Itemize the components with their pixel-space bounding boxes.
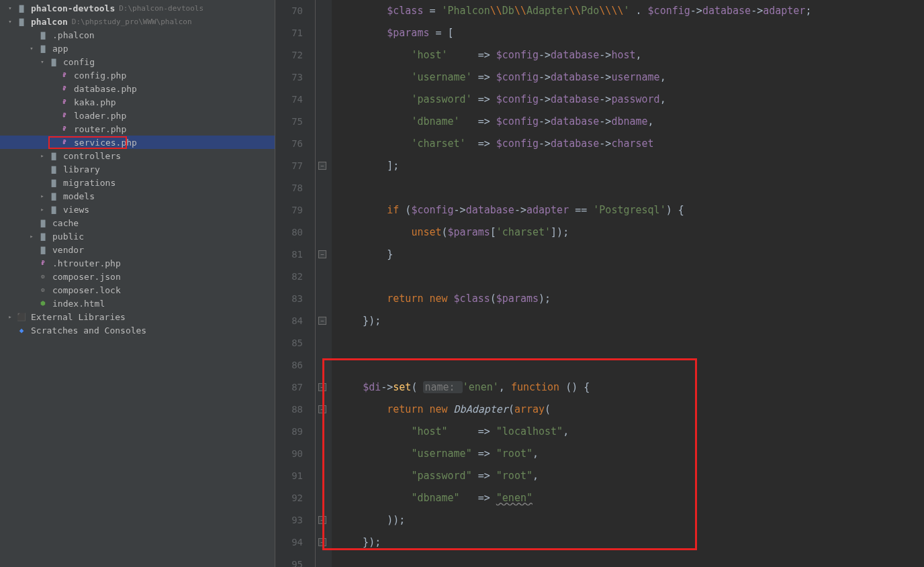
tree-item-label: models xyxy=(63,191,95,201)
code-line[interactable]: 'password' => $config->database->passwor… xyxy=(338,89,924,111)
line-number: 88 xyxy=(275,399,303,421)
tree-item[interactable]: ▸▇public xyxy=(0,229,275,243)
tree-item-label: index.html xyxy=(52,299,105,309)
tree-item[interactable]: ▸▇controllers xyxy=(0,149,275,162)
tree-item[interactable]: ▸▇views xyxy=(0,203,275,216)
fold-handle[interactable]: − xyxy=(318,250,326,258)
folder-icon: ▇ xyxy=(38,231,48,242)
tree-item-label: loader.php xyxy=(74,111,126,121)
tree-item[interactable]: ·▇cache xyxy=(0,216,275,229)
tree-item[interactable]: ▾▇phalconD:\phpstudy_pro\WWW\phalcon xyxy=(0,15,275,28)
tree-item[interactable]: ·▇.phalcon xyxy=(0,28,275,42)
json-file-icon: ⚙ xyxy=(38,285,48,295)
line-number: 93 xyxy=(275,509,303,531)
code-line[interactable] xyxy=(338,554,924,567)
code-line[interactable]: return new DbAdapter(array( xyxy=(338,399,924,421)
line-number: 77 xyxy=(275,155,303,177)
tree-item[interactable]: ·₽loader.php xyxy=(0,109,275,122)
tree-item-label: migrations xyxy=(63,178,116,188)
tree-item[interactable]: ·⬢index.html xyxy=(0,297,275,310)
tree-item[interactable]: ·▇vendor xyxy=(0,243,275,256)
fold-handle[interactable]: − xyxy=(318,383,326,391)
line-number: 80 xyxy=(275,221,303,244)
chevron-down-icon[interactable]: ▾ xyxy=(28,45,35,52)
code-line[interactable] xyxy=(338,266,924,288)
code-line[interactable]: return new $class($params); xyxy=(338,288,924,310)
library-icon: ⬛ xyxy=(16,311,27,322)
tree-item-label: database.php xyxy=(74,84,137,94)
code-area[interactable]: $class = 'Phalcon\\Db\\Adapter\\Pdo\\\\'… xyxy=(332,0,924,567)
tree-item[interactable]: ·₽config.php xyxy=(0,68,275,82)
code-line[interactable]: 'host' => $config->database->host, xyxy=(338,44,924,66)
line-number: 92 xyxy=(275,487,303,509)
chevron-right-icon[interactable]: ▸ xyxy=(28,233,35,240)
tree-item[interactable]: ·₽database.php xyxy=(0,82,275,95)
code-line[interactable]: $di->set( name: 'enen', function () { xyxy=(338,376,924,399)
html-file-icon: ⬢ xyxy=(38,298,48,309)
tree-item[interactable]: ·▇migrations xyxy=(0,176,275,189)
code-line[interactable]: $params = [ xyxy=(338,22,924,44)
code-line[interactable] xyxy=(338,332,924,354)
tree-item[interactable]: ▸▇models xyxy=(0,189,275,203)
code-line[interactable]: }); xyxy=(338,531,924,554)
tree-item[interactable]: ·₽kaka.php xyxy=(0,95,275,109)
chevron-down-icon[interactable]: ▾ xyxy=(7,5,13,11)
folder-icon: ▇ xyxy=(48,191,59,201)
scratch-icon: ◆ xyxy=(16,325,27,336)
tree-item-label: public xyxy=(52,231,84,242)
tree-item[interactable]: ·▇library xyxy=(0,162,275,176)
tree-item-label: app xyxy=(52,44,68,54)
code-line[interactable]: 'charset' => $config->database->charset xyxy=(338,133,924,155)
tree-item[interactable]: ▾▇app xyxy=(0,42,275,55)
chevron-down-icon[interactable]: ▾ xyxy=(7,18,13,25)
tree-item-label: config xyxy=(63,57,95,67)
chevron-right-icon[interactable]: ▸ xyxy=(7,313,13,320)
code-line[interactable]: if ($config->database->adapter == 'Postg… xyxy=(338,199,924,221)
code-line[interactable]: unset($params['charset']); xyxy=(338,221,924,244)
tree-item[interactable]: ▾▇phalcon-devtoolsD:\phalcon-devtools xyxy=(0,1,275,15)
tree-item[interactable]: ·₽router.php xyxy=(0,122,275,136)
code-line[interactable] xyxy=(338,354,924,376)
code-line[interactable]: "host" => "localhost", xyxy=(338,421,924,443)
code-line[interactable]: 'username' => $config->database->usernam… xyxy=(338,66,924,89)
chevron-right-icon[interactable]: ▸ xyxy=(39,206,46,213)
php-file-icon: ₽ xyxy=(59,83,70,94)
line-number: 82 xyxy=(275,266,303,288)
tree-item[interactable]: ·₽services.php xyxy=(0,136,275,149)
code-line[interactable]: "password" => "root", xyxy=(338,465,924,487)
code-line[interactable]: } xyxy=(338,244,924,266)
code-line[interactable]: "username" => "root", xyxy=(338,443,924,465)
fold-handle[interactable]: − xyxy=(318,162,326,170)
code-line[interactable]: ]; xyxy=(338,155,924,177)
project-tree[interactable]: ▾▇phalcon-devtoolsD:\phalcon-devtools▾▇p… xyxy=(0,0,275,567)
chevron-down-icon[interactable]: ▾ xyxy=(39,58,46,65)
tree-item[interactable]: ·⚙composer.json xyxy=(0,270,275,283)
fold-handle[interactable]: − xyxy=(318,405,326,413)
tree-item[interactable]: ·₽.htrouter.php xyxy=(0,256,275,270)
folder-icon: ▇ xyxy=(48,150,59,161)
folder-icon: ▇ xyxy=(16,3,27,13)
php-file-icon: ₽ xyxy=(59,97,70,107)
code-line[interactable]: $class = 'Phalcon\\Db\\Adapter\\Pdo\\\\'… xyxy=(338,0,924,22)
code-line[interactable]: 'dbname' => $config->database->dbname, xyxy=(338,111,924,133)
folder-icon: ▇ xyxy=(48,56,59,67)
tree-item[interactable]: ·⚙composer.lock xyxy=(0,283,275,297)
line-number: 73 xyxy=(275,66,303,89)
fold-handle[interactable]: − xyxy=(318,516,326,524)
code-editor[interactable]: 7071727374757677787980818283848586878889… xyxy=(275,0,924,567)
chevron-right-icon[interactable]: ▸ xyxy=(39,152,46,159)
folder-icon: ▇ xyxy=(38,244,48,255)
chevron-right-icon[interactable]: ▸ xyxy=(39,193,46,199)
tree-item[interactable]: ·◆Scratches and Consoles xyxy=(0,323,275,337)
tree-item[interactable]: ▸⬛External Libraries xyxy=(0,310,275,323)
code-line[interactable]: )); xyxy=(338,509,924,531)
folder-icon: ▇ xyxy=(38,217,48,228)
tree-item-label: config.php xyxy=(74,70,126,81)
tree-item-label: phalcon-devtools xyxy=(31,3,115,13)
code-line[interactable] xyxy=(338,177,924,199)
tree-item[interactable]: ▾▇config xyxy=(0,55,275,68)
fold-handle[interactable]: − xyxy=(318,538,326,546)
code-line[interactable]: "dbname" => "enen" xyxy=(338,487,924,509)
code-line[interactable]: }); xyxy=(338,310,924,332)
fold-handle[interactable]: − xyxy=(318,317,326,325)
